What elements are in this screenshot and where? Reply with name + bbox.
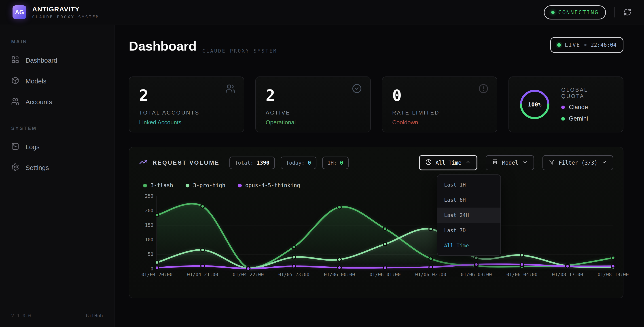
stat-value: 2	[266, 88, 360, 103]
github-link[interactable]: GitHub	[86, 313, 103, 318]
quota-percent: 100%	[518, 88, 551, 121]
quota-label: GLOBAL QUOTA	[561, 87, 613, 99]
clock-icon	[426, 159, 432, 166]
users-icon	[11, 97, 19, 107]
stat-label: RATE LIMITED	[392, 110, 487, 116]
main-content: Dashboard CLAUDE PROXY SYSTEM LIVE 22:46…	[114, 25, 644, 327]
stat-sub: Linked Accounts	[139, 119, 234, 126]
live-badge: LIVE 22:46:04	[550, 37, 624, 53]
chart-title: REQUEST VOLUME	[152, 159, 220, 166]
stat-card-total-accounts: 2 TOTAL ACCOUNTS Linked Accounts	[129, 76, 244, 132]
x-tick-label: 01/08 18:00	[598, 272, 628, 277]
legend-dot-icon	[238, 184, 242, 188]
archive-icon	[492, 159, 498, 166]
gridline	[157, 269, 613, 269]
x-tick-label: 01/06 04:00	[506, 272, 537, 277]
check-circle-icon	[352, 84, 362, 94]
model-filter-button[interactable]: Model	[486, 155, 534, 170]
legend-item[interactable]: 3-flash	[143, 182, 173, 188]
refresh-button[interactable]	[624, 8, 632, 17]
gemini-dot-icon	[561, 117, 565, 120]
sidebar-item-logs[interactable]: Logs	[0, 137, 114, 158]
legend-dot-icon	[143, 184, 147, 188]
sidebar-item-models[interactable]: Models	[0, 71, 114, 92]
x-tick-label: 01/05 23:00	[278, 272, 309, 277]
connection-status-badge: CONNECTING	[544, 5, 606, 20]
page-subtitle: CLAUDE PROXY SYSTEM	[202, 48, 277, 54]
x-tick-label: 01/04 21:00	[187, 272, 218, 277]
chevron-down-icon	[522, 160, 528, 166]
x-tick-label: 01/06 02:00	[415, 272, 446, 277]
stat-label: TOTAL ACCOUNTS	[139, 110, 234, 116]
alert-circle-icon	[478, 84, 488, 94]
sidebar-item-dashboard[interactable]: Dashboard	[0, 50, 114, 71]
sidebar-item-label: Settings	[26, 164, 49, 172]
grid-icon	[11, 56, 19, 65]
menu-item-last-1h[interactable]: Last 1H	[438, 177, 500, 192]
stat-sub: Operational	[266, 119, 360, 126]
x-tick-label: 01/08 17:00	[552, 272, 583, 277]
request-volume-panel: REQUEST VOLUME Total:1390 Today:0 1H:0 A…	[129, 147, 624, 298]
gridline	[157, 225, 613, 226]
terminal-icon	[11, 142, 19, 152]
separator-dot-icon	[584, 44, 586, 46]
chart-legend: 3-flash3-pro-highopus-4-5-thinking	[143, 182, 613, 188]
page-title: Dashboard	[129, 38, 196, 54]
live-time: 22:46:04	[590, 42, 616, 48]
quota-entry-claude: Claude	[561, 104, 613, 111]
menu-item-last-7d[interactable]: Last 7D	[438, 223, 500, 238]
chart-plot-area[interactable]	[156, 196, 613, 269]
stat-sub: Cooldown	[392, 119, 487, 126]
quota-entry-gemini: Gemini	[561, 115, 613, 122]
menu-item-last-6h[interactable]: Last 6H	[438, 192, 500, 208]
stat-card-active: 2 ACTIVE Operational	[255, 76, 371, 132]
y-tick-label: 250	[145, 194, 154, 199]
stat-label: ACTIVE	[266, 110, 360, 116]
gridline	[157, 211, 613, 211]
sidebar-item-label: Accounts	[26, 98, 52, 106]
menu-item-all-time[interactable]: All Time	[438, 238, 500, 253]
x-tick-label: 01/06 00:00	[324, 272, 355, 277]
app-title: ANTIGRAVITY	[32, 5, 100, 13]
gridline	[157, 254, 613, 254]
y-tick-label: 0	[150, 266, 154, 272]
chart-x-axis: 01/04 20:0001/04 21:0001/04 22:0001/05 2…	[157, 272, 613, 282]
status-text: CONNECTING	[558, 9, 598, 16]
chevron-up-icon	[465, 160, 471, 166]
time-range-menu: Last 1H Last 6H Last 24H Last 7D All Tim…	[437, 174, 501, 256]
hour-badge: 1H:0	[322, 156, 348, 169]
legend-item[interactable]: opus-4-5-thinking	[238, 182, 300, 188]
filter-button[interactable]: Filter (3/3)	[542, 155, 613, 170]
menu-item-last-24h[interactable]: Last 24H	[438, 208, 500, 223]
y-tick-label: 50	[148, 252, 154, 257]
y-tick-label: 200	[145, 208, 154, 214]
sidebar-item-accounts[interactable]: Accounts	[0, 92, 114, 112]
today-badge: Today:0	[281, 156, 316, 169]
gridline	[157, 196, 613, 196]
stat-card-rate-limited: 0 RATE LIMITED Cooldown	[382, 76, 497, 132]
app-subtitle: CLAUDE PROXY SYSTEM	[32, 14, 100, 19]
sidebar-item-settings[interactable]: Settings	[0, 158, 114, 178]
cube-icon	[11, 76, 19, 86]
x-tick-label: 01/06 01:00	[370, 272, 400, 277]
gear-icon	[11, 163, 19, 173]
funnel-icon	[549, 159, 555, 166]
y-tick-label: 100	[145, 237, 154, 242]
x-tick-label: 01/04 20:00	[141, 272, 172, 277]
status-dot-icon	[551, 11, 554, 14]
total-badge: Total:1390	[230, 156, 275, 169]
chevron-down-icon	[602, 160, 607, 166]
y-tick-label: 150	[145, 222, 154, 228]
stat-card-global-quota: 100% GLOBAL QUOTA Claude Gemini	[508, 76, 624, 132]
time-range-button[interactable]: All Time	[419, 155, 478, 170]
legend-dot-icon	[186, 184, 190, 188]
users-icon	[226, 84, 235, 94]
legend-item[interactable]: 3-pro-high	[186, 182, 226, 188]
live-label: LIVE	[565, 42, 580, 48]
sidebar-item-label: Logs	[26, 143, 40, 151]
claude-dot-icon	[561, 106, 565, 109]
trending-up-icon	[139, 158, 148, 168]
sidebar-section-main: MAIN	[0, 39, 114, 45]
x-tick-label: 01/04 22:00	[232, 272, 264, 277]
refresh-icon	[624, 8, 632, 17]
